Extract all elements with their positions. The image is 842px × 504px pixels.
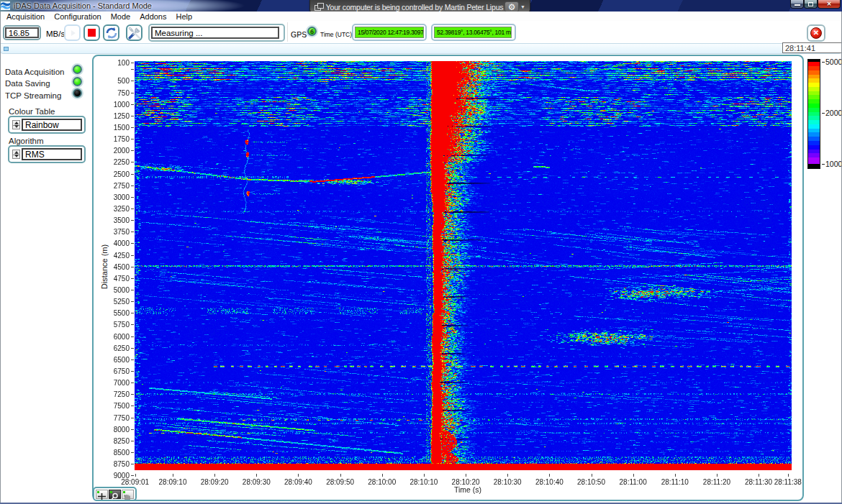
x-tick [549,474,550,477]
refresh-icon [105,27,118,40]
y-tick-label: 8500 [105,449,130,457]
x-tick [717,474,717,477]
colorbar [807,59,820,169]
colour-table-spinner[interactable] [12,120,20,129]
y-tick [131,255,134,256]
colorbar-tick [822,62,825,63]
play-icon [71,30,76,36]
remote-control-text: Your computer is being controlled by Mar… [325,3,504,12]
y-tick-label: 3000 [105,193,130,201]
x-tick-label: 28:09:50 [322,478,359,486]
algorithm-value[interactable]: RMS [22,148,82,160]
x-tick-label: 28:10:00 [363,478,401,486]
y-tick-label: 8250 [105,437,130,445]
y-tick [131,278,134,279]
data-rate-field[interactable]: 16.85 [3,25,41,40]
y-tick-label: 3500 [105,216,130,224]
data-rate-value[interactable]: 16.85 [5,27,39,38]
minimize-button[interactable] [790,0,804,9]
spin-down-icon[interactable] [14,125,19,128]
y-tick [131,464,134,464]
x-tick [214,474,215,477]
x-tick [340,474,341,477]
y-tick-label: 2250 [105,158,130,166]
colour-table-value[interactable]: Rainbow [22,119,82,131]
y-tick [131,81,134,81]
waterfall-plot[interactable] [135,61,792,470]
y-tick-label: 7250 [105,390,130,398]
application-window: iDAS Data Acquisition - Standard Mode ✕ … [0,0,842,504]
menu-addons[interactable]: Addons [140,12,166,21]
y-tick [131,267,134,267]
menu-configuration[interactable]: Configuration [54,12,101,21]
close-button[interactable]: ✕ [818,0,841,9]
y-tick-label: 4000 [105,239,130,247]
menu-mode[interactable]: Mode [111,12,131,21]
x-tick [633,474,634,477]
y-tick [131,429,134,430]
menu-help[interactable]: Help [176,12,192,21]
y-tick [131,93,134,93]
x-tick-label: 28:09:01 [117,478,154,486]
y-tick-label: 8750 [105,460,130,468]
y-tick [131,162,134,162]
y-tick-label: 4500 [105,263,130,271]
y-tick-label: 8000 [105,426,130,434]
pan-tool-button[interactable] [122,490,134,499]
tool-active-dot [110,491,112,493]
y-tick-label: 7000 [105,379,130,387]
y-tick-label: 3750 [105,228,130,236]
colour-table-select[interactable]: Rainbow [8,116,86,134]
start-button[interactable] [64,24,81,41]
zoom-tool-button[interactable] [109,490,121,499]
status-strip [0,43,842,54]
y-tick-label: 5500 [105,309,130,317]
y-tick-label: 7750 [105,414,130,422]
x-tick-label: 28:09:30 [237,478,275,486]
screen-share-icon [314,3,325,12]
elapsed-time-value: 28:11:41 [785,44,815,52]
gps-satellite-indicator: 6 [307,27,317,36]
indicator-label-data-acquisition: Data Acquisition [5,68,64,76]
colorbar-tick-label: 1000 [825,160,842,168]
y-tick-label: 3250 [105,205,130,213]
x-tick [382,474,383,477]
y-tick [131,185,134,186]
cursor-tool-button[interactable] [96,490,108,499]
y-tick-label: 750 [105,89,130,97]
maximize-icon [808,2,813,6]
settings-button[interactable] [126,24,142,41]
y-tick-label: 2000 [105,147,130,155]
algorithm-select[interactable]: RMS [8,145,86,163]
y-tick-label: 2500 [105,170,130,178]
y-tick [131,174,134,175]
spin-up-icon[interactable] [14,151,19,154]
exit-x-glyph: ✕ [813,29,819,37]
spin-down-icon[interactable] [14,155,19,157]
y-tick-label: 4250 [105,252,130,260]
data-rate-unit-label: MB/s [46,29,65,38]
y-tick [131,371,134,372]
exit-button[interactable]: ✕ [807,24,825,42]
tools-icon [128,27,141,40]
panel-icon[interactable] [4,47,9,51]
algorithm-spinner[interactable] [12,150,20,159]
tool-active-dot [123,491,125,493]
y-tick-label: 2750 [105,182,130,190]
datetime-value: 15/07/2020 12:47:19.3097 [355,27,424,38]
y-tick [131,209,134,209]
refresh-button[interactable] [103,24,119,41]
colorbar-tick [822,164,825,165]
y-tick [131,382,134,383]
graph-tools-palette [93,487,137,501]
gear-button[interactable]: ⚙ [504,1,519,12]
y-tick-label: 4750 [105,275,130,283]
x-tick-label: 28:11:10 [656,478,694,486]
menu-acquisition[interactable]: Acquisition [6,12,45,21]
maximize-button[interactable] [804,0,818,9]
spin-up-icon[interactable] [14,122,19,124]
stop-button[interactable] [83,24,100,41]
screen-front [317,3,324,9]
indicator-label-tcp-streaming: TCP Streaming [5,91,61,100]
y-tick [131,313,134,313]
